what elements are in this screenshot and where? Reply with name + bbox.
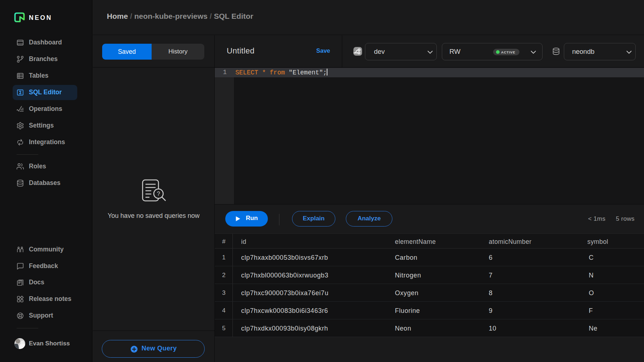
svg-text:?: ?: [157, 191, 160, 197]
